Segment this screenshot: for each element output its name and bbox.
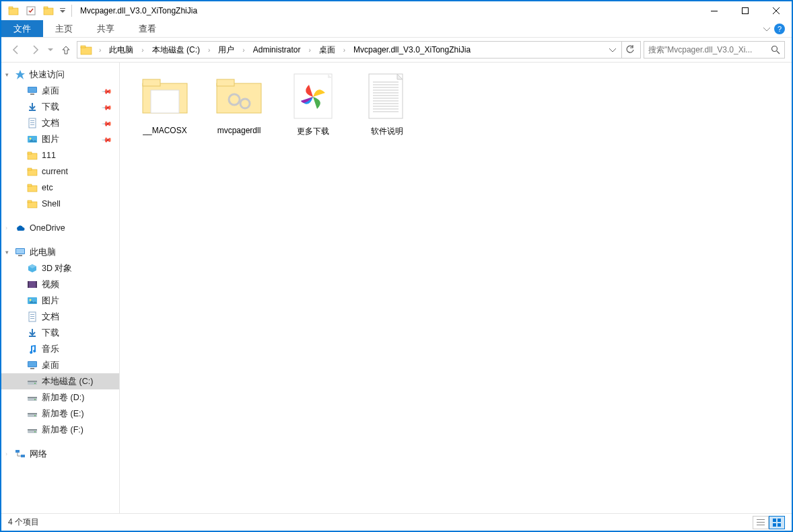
expand-icon[interactable]: ▾ (5, 71, 9, 78)
file-name: __MACOSX (143, 126, 186, 135)
nav-quick-item[interactable]: Shell (1, 196, 119, 212)
nav-label: current (42, 167, 68, 176)
chevron-right-icon[interactable]: › (95, 46, 105, 54)
chevron-right-icon[interactable]: › (137, 46, 147, 54)
svg-rect-0 (9, 8, 18, 15)
breadcrumb-item[interactable]: 此电脑 (106, 43, 136, 57)
file-item[interactable]: __MACOSX (128, 69, 202, 150)
back-button[interactable] (8, 42, 24, 58)
refresh-button[interactable] (621, 42, 637, 58)
nav-quick-item[interactable]: current (1, 163, 119, 180)
desktop-icon (27, 85, 38, 96)
up-button[interactable] (58, 42, 74, 58)
nav-pc-item[interactable]: 视频 (1, 276, 119, 293)
drive-icon (27, 424, 38, 435)
breadcrumb-item[interactable]: 本地磁盘 (C:) (149, 43, 203, 57)
file-item[interactable]: 更多下载 (276, 69, 350, 150)
svg-rect-9 (81, 46, 85, 48)
svg-rect-18 (30, 124, 34, 125)
nav-pc-item[interactable]: 桌面 (1, 357, 119, 373)
ribbon-tab-view[interactable]: 查看 (127, 20, 168, 37)
pictures-icon (27, 295, 38, 306)
nav-pc-item[interactable]: 图片 (1, 293, 119, 309)
nav-network[interactable]: › 网络 (1, 446, 119, 462)
svg-rect-16 (30, 120, 34, 121)
nav-quick-item[interactable]: 下载📌 (1, 99, 119, 115)
breadcrumb-item[interactable]: 桌面 (316, 43, 338, 57)
svg-rect-57 (15, 450, 20, 453)
nav-pc-item[interactable]: 新加卷 (E:) (1, 406, 119, 422)
file-name: 更多下载 (297, 126, 329, 137)
chevron-right-icon[interactable]: › (304, 46, 314, 54)
search-input[interactable] (648, 45, 771, 54)
svg-rect-28 (28, 200, 32, 202)
3d-icon (27, 263, 38, 274)
navigation-pane: ▾ 快速访问 桌面📌下载📌文档📌图片📌111currentetcShell › … (1, 63, 120, 513)
nav-this-pc[interactable]: ▾ 此电脑 (1, 244, 119, 260)
nav-pc-item[interactable]: 新加卷 (D:) (1, 389, 119, 406)
svg-rect-6 (711, 11, 718, 11)
svg-rect-25 (28, 186, 37, 192)
chevron-right-icon[interactable]: › (204, 46, 214, 54)
svg-rect-30 (16, 249, 24, 254)
qat-dropdown-icon[interactable] (58, 3, 67, 19)
breadcrumb-item[interactable]: 用户 (215, 43, 237, 57)
expand-icon[interactable]: › (5, 225, 7, 231)
file-item[interactable]: mvcpagerdll (202, 69, 276, 150)
properties-icon[interactable] (23, 3, 39, 19)
ribbon-collapse-icon[interactable] (763, 26, 770, 32)
nav-pc-item[interactable]: 文档 (1, 309, 119, 325)
ribbon-tab-home[interactable]: 主页 (43, 20, 85, 37)
address-bar[interactable]: › 此电脑 › 本地磁盘 (C:) › 用户 › Administrator ›… (77, 41, 641, 59)
close-button[interactable] (761, 1, 792, 20)
nav-quick-item[interactable]: 111 (1, 147, 119, 163)
pin-icon: 📌 (102, 118, 112, 128)
address-dropdown-icon[interactable] (605, 46, 620, 53)
svg-rect-5 (60, 8, 65, 9)
minimize-button[interactable] (699, 1, 730, 20)
forward-button[interactable] (27, 42, 43, 58)
ribbon-file-tab[interactable]: 文件 (1, 20, 43, 37)
icons-view-button[interactable] (769, 516, 785, 529)
svg-rect-55 (28, 429, 37, 430)
breadcrumb-item[interactable]: Administrator (250, 44, 304, 56)
nav-onedrive[interactable]: › OneDrive (1, 220, 119, 236)
nav-quick-item[interactable]: 文档📌 (1, 115, 119, 131)
nav-label: 文档 (42, 311, 59, 323)
ribbon-tab-share[interactable]: 共享 (85, 20, 127, 37)
new-folder-icon[interactable] (40, 3, 57, 19)
nav-pc-item[interactable]: 音乐 (1, 341, 119, 357)
svg-rect-41 (29, 336, 36, 337)
chevron-right-icon[interactable]: › (339, 46, 349, 54)
expand-icon[interactable]: ▾ (5, 249, 9, 256)
pin-icon: 📌 (102, 134, 112, 145)
svg-point-20 (30, 138, 32, 140)
nav-label: 本地磁盘 (C:) (42, 376, 93, 387)
nav-quick-item[interactable]: etc (1, 180, 119, 196)
nav-pc-item[interactable]: 3D 对象 (1, 260, 119, 276)
breadcrumb-item[interactable]: Mvcpager.dll_V3.0_XiTongZhiJia (351, 44, 473, 56)
nav-pc-item[interactable]: 下载 (1, 325, 119, 341)
desktop-icon (27, 360, 38, 371)
file-item[interactable]: 软件说明 (350, 69, 424, 150)
help-icon[interactable]: ? (774, 24, 785, 34)
nav-pc-item[interactable]: 本地磁盘 (C:) (1, 373, 119, 389)
body: ▾ 快速访问 桌面📌下载📌文档📌图片📌111currentetcShell › … (1, 62, 792, 513)
svg-rect-52 (28, 413, 37, 414)
nav-pc-item[interactable]: 新加卷 (F:) (1, 422, 119, 438)
nav-label: 图片 (42, 295, 59, 307)
recent-dropdown-icon[interactable] (46, 42, 55, 58)
nav-quick-item[interactable]: 桌面📌 (1, 83, 119, 99)
details-view-button[interactable] (753, 516, 769, 529)
file-list[interactable]: __MACOSXmvcpagerdll更多下载软件说明 (120, 63, 792, 513)
expand-icon[interactable]: › (5, 451, 7, 457)
nav-label: 新加卷 (E:) (42, 408, 84, 420)
maximize-button[interactable] (730, 1, 761, 20)
nav-label: 文档 (42, 118, 59, 129)
nav-quick-access[interactable]: ▾ 快速访问 (1, 67, 119, 83)
divider (71, 5, 72, 17)
nav-quick-item[interactable]: 图片📌 (1, 131, 119, 147)
chevron-right-icon[interactable]: › (238, 46, 248, 54)
search-icon[interactable] (771, 45, 780, 54)
search-box[interactable] (644, 41, 785, 59)
